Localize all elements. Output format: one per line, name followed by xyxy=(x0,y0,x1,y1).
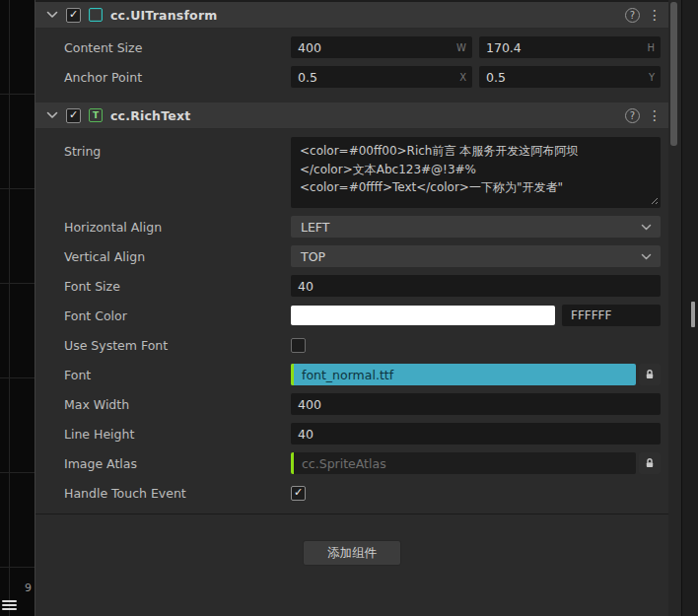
input-value: 0.5 xyxy=(486,70,506,85)
atlas-asset-lock-button[interactable] xyxy=(639,452,661,474)
vertical-align-row: Vertical Align TOP xyxy=(35,245,661,267)
property-label: Use System Font xyxy=(35,338,291,353)
vertical-align-select[interactable]: TOP xyxy=(291,245,661,267)
component-title: cc.RichText xyxy=(110,108,190,123)
asset-placeholder: cc.SpriteAtlas xyxy=(302,456,386,471)
check-icon: ✓ xyxy=(69,109,78,120)
input-value: 170.4 xyxy=(486,40,522,55)
property-label: Anchor Point xyxy=(35,70,291,85)
adjacent-panel-edge xyxy=(681,0,698,616)
uitransform-component: ✓ cc.UITransform ? ⋮ Content Size 400 W xyxy=(35,2,668,98)
richtext-icon: T xyxy=(89,108,103,122)
property-label: Font Size xyxy=(35,279,291,294)
component-enabled-checkbox[interactable]: ✓ xyxy=(66,108,81,123)
property-label: String xyxy=(35,137,291,159)
kebab-menu-icon[interactable]: ⋮ xyxy=(648,108,658,122)
input-value: 40 xyxy=(298,427,314,442)
font-color-row: Font Color FFFFFF xyxy=(35,305,661,326)
richtext-component: ✓ T cc.RichText ? ⋮ String <color=#00ff0… xyxy=(35,103,668,513)
handle-touch-event-row: Handle Touch Event ✓ xyxy=(35,482,661,504)
inspector-panel: ✓ cc.UITransform ? ⋮ Content Size 400 W xyxy=(35,0,668,616)
selected-option: TOP xyxy=(301,249,325,264)
font-size-input[interactable]: 40 xyxy=(291,275,661,297)
anchor-point-x-input[interactable]: 0.5 X xyxy=(291,66,472,88)
horizontal-align-row: Horizontal Align LEFT xyxy=(35,216,661,238)
asset-name: font_normal.ttf xyxy=(302,368,393,382)
asset-accent-bar xyxy=(291,364,294,385)
asset-accent-bar xyxy=(291,452,294,474)
check-icon: ✓ xyxy=(294,487,303,498)
line-height-input[interactable]: 40 xyxy=(291,423,661,445)
anchor-point-row: Anchor Point 0.5 X 0.5 Y xyxy=(35,66,661,88)
string-row: String <color=#00ff00>Rich前言 本服务开发这阿布阿坝 … xyxy=(35,137,661,208)
scene-panel-edge: 9 xyxy=(0,0,35,616)
use-system-font-row: Use System Font ✓ xyxy=(35,334,661,356)
font-row: Font font_normal.ttf xyxy=(35,364,661,385)
max-width-row: Max Width 400 xyxy=(35,393,661,415)
lock-icon xyxy=(644,369,656,380)
input-value: 400 xyxy=(298,397,321,412)
add-component-button[interactable]: 添加组件 xyxy=(303,540,401,566)
property-label: Vertical Align xyxy=(35,249,291,264)
component-enabled-checkbox[interactable]: ✓ xyxy=(66,8,81,23)
property-label: Content Size xyxy=(35,40,291,55)
help-icon[interactable]: ? xyxy=(625,8,640,23)
property-label: Font xyxy=(35,368,291,382)
content-size-width-input[interactable]: 400 W xyxy=(291,36,472,58)
max-width-input[interactable]: 400 xyxy=(291,393,661,415)
inspector-footer: 添加组件 xyxy=(35,513,668,566)
font-asset-field[interactable]: font_normal.ttf xyxy=(291,364,636,385)
property-label: Handle Touch Event xyxy=(35,486,291,501)
image-atlas-row: Image Atlas cc.SpriteAtlas xyxy=(35,452,661,474)
content-size-row: Content Size 400 W 170.4 H xyxy=(35,36,661,58)
chevron-down-icon xyxy=(641,253,652,260)
handle-touch-event-checkbox[interactable]: ✓ xyxy=(291,486,306,501)
edge-scroll-marker xyxy=(691,302,695,327)
richtext-body: String <color=#00ff00>Rich前言 本服务开发这阿布阿坝 … xyxy=(35,129,668,513)
kebab-menu-icon[interactable]: ⋮ xyxy=(648,8,658,22)
property-label: Image Atlas xyxy=(35,456,291,471)
axis-suffix-h: H xyxy=(647,42,655,53)
anchor-point-y-input[interactable]: 0.5 Y xyxy=(479,66,661,88)
chevron-down-icon xyxy=(641,224,652,231)
hex-value: FFFFFF xyxy=(571,308,611,322)
richtext-header: ✓ T cc.RichText ? ⋮ xyxy=(35,103,668,129)
font-size-row: Font Size 40 xyxy=(35,275,661,297)
help-icon[interactable]: ? xyxy=(625,108,640,123)
uitransform-icon xyxy=(89,8,103,22)
string-textarea[interactable]: <color=#00ff00>Rich前言 本服务开发这阿布阿坝 </color… xyxy=(291,137,661,208)
uitransform-header: ✓ cc.UITransform ? ⋮ xyxy=(35,2,668,29)
help-glyph: ? xyxy=(630,10,635,21)
horizontal-align-select[interactable]: LEFT xyxy=(291,216,661,238)
line-height-row: Line Height 40 xyxy=(35,423,661,445)
font-asset-lock-button[interactable] xyxy=(639,364,661,385)
collapse-chevron-icon[interactable] xyxy=(46,111,58,119)
collapse-chevron-icon[interactable] xyxy=(46,11,58,19)
help-glyph: ? xyxy=(630,110,635,121)
axis-suffix-w: W xyxy=(456,42,466,53)
property-label: Horizontal Align xyxy=(35,220,291,235)
property-label: Line Height xyxy=(35,427,291,442)
hamburger-menu-icon[interactable] xyxy=(2,598,17,612)
right-rail xyxy=(668,0,698,616)
axis-suffix-x: X xyxy=(459,72,466,83)
image-atlas-field[interactable]: cc.SpriteAtlas xyxy=(291,452,636,474)
input-value: 40 xyxy=(298,279,314,294)
component-title: cc.UITransform xyxy=(110,8,217,23)
content-size-height-input[interactable]: 170.4 H xyxy=(479,36,661,58)
font-color-hex-input[interactable]: FFFFFF xyxy=(562,305,661,326)
richtext-icon-glyph: T xyxy=(93,110,99,120)
input-value: 0.5 xyxy=(298,70,317,85)
scrollbar-thumb[interactable] xyxy=(670,2,677,146)
property-label: Max Width xyxy=(35,397,291,412)
lock-icon xyxy=(644,457,656,469)
property-label: Font Color xyxy=(35,308,291,323)
ruler-number: 9 xyxy=(25,582,32,594)
selected-option: LEFT xyxy=(301,220,329,235)
axis-suffix-y: Y xyxy=(649,72,655,83)
input-value: 400 xyxy=(298,40,321,55)
use-system-font-checkbox[interactable]: ✓ xyxy=(291,338,306,353)
font-color-swatch[interactable] xyxy=(291,306,555,325)
uitransform-body: Content Size 400 W 170.4 H Anc xyxy=(35,29,668,98)
check-icon: ✓ xyxy=(69,9,78,20)
